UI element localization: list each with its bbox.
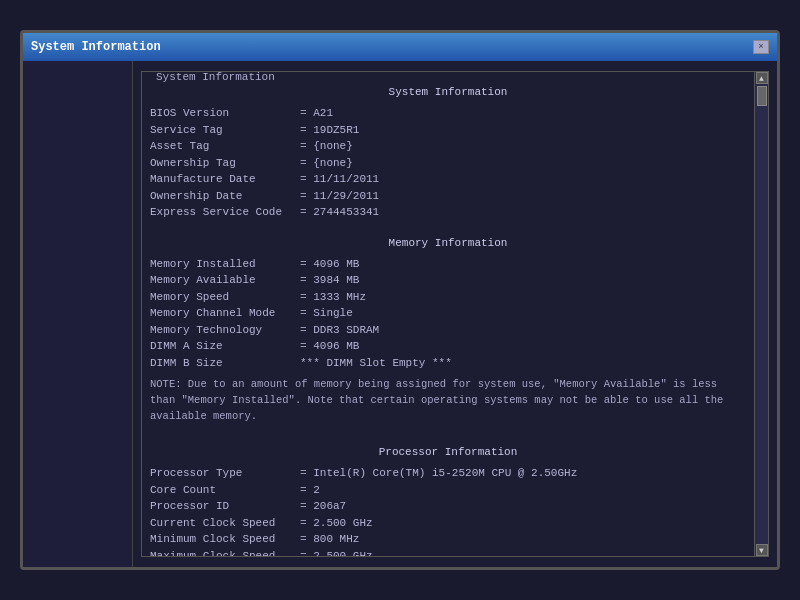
minimum-clock-speed-row: Minimum Clock Speed = 800 MHz xyxy=(150,531,746,548)
manufacture-date-value: = 11/11/2011 xyxy=(300,171,379,188)
service-tag-value: = 19DZ5R1 xyxy=(300,122,359,139)
dimm-b-size-row: DIMM B Size *** DIMM Slot Empty *** xyxy=(150,355,746,372)
system-info-header: System Information xyxy=(150,84,746,101)
scroll-down-arrow[interactable]: ▼ xyxy=(756,544,768,556)
ownership-tag-value: = {none} xyxy=(300,155,353,172)
maximum-clock-speed-value: = 2.500 GHz xyxy=(300,548,373,556)
service-tag-label: Service Tag xyxy=(150,122,300,139)
main-area: System Information System Information BI… xyxy=(23,61,777,567)
maximum-clock-speed-label: Maximum Clock Speed xyxy=(150,548,300,556)
memory-note: NOTE: Due to an amount of memory being a… xyxy=(150,377,746,424)
box-label: System Information xyxy=(152,71,279,83)
info-box-wrapper: System Information System Information BI… xyxy=(141,71,769,557)
dimm-b-size-label: DIMM B Size xyxy=(150,355,300,372)
dimm-a-size-row: DIMM A Size = 4096 MB xyxy=(150,338,746,355)
close-button[interactable]: × xyxy=(753,40,769,54)
bios-version-row: BIOS Version = A21 xyxy=(150,105,746,122)
title-bar: System Information × xyxy=(23,33,777,61)
ownership-date-row: Ownership Date = 11/29/2011 xyxy=(150,188,746,205)
core-count-row: Core Count = 2 xyxy=(150,482,746,499)
current-clock-speed-row: Current Clock Speed = 2.500 GHz xyxy=(150,515,746,532)
info-content[interactable]: System Information BIOS Version = A21 Se… xyxy=(142,72,754,556)
memory-info-fields: Memory Installed = 4096 MB Memory Availa… xyxy=(150,256,746,372)
memory-technology-value: = DDR3 SDRAM xyxy=(300,322,379,339)
express-service-code-value: = 2744453341 xyxy=(300,204,379,221)
scrollbar-thumb[interactable] xyxy=(757,86,767,106)
content-area: System Information System Information BI… xyxy=(133,61,777,567)
bios-screen: System Information × System Information … xyxy=(20,30,780,570)
memory-available-row: Memory Available = 3984 MB xyxy=(150,272,746,289)
left-panel xyxy=(23,61,133,567)
dimm-a-size-label: DIMM A Size xyxy=(150,338,300,355)
bios-version-label: BIOS Version xyxy=(150,105,300,122)
window-title: System Information xyxy=(31,40,161,54)
asset-tag-label: Asset Tag xyxy=(150,138,300,155)
processor-info-header: Processor Information xyxy=(150,444,746,461)
scrollbar[interactable]: ▲ ▼ xyxy=(754,72,768,556)
processor-id-value: = 206a7 xyxy=(300,498,346,515)
ownership-date-label: Ownership Date xyxy=(150,188,300,205)
processor-type-value: = Intel(R) Core(TM) i5-2520M CPU @ 2.50G… xyxy=(300,465,577,482)
dimm-a-size-value: = 4096 MB xyxy=(300,338,359,355)
processor-info-fields: Processor Type = Intel(R) Core(TM) i5-25… xyxy=(150,465,746,556)
memory-speed-label: Memory Speed xyxy=(150,289,300,306)
ownership-tag-row: Ownership Tag = {none} xyxy=(150,155,746,172)
memory-channel-mode-value: = Single xyxy=(300,305,353,322)
service-tag-row: Service Tag = 19DZ5R1 xyxy=(150,122,746,139)
processor-type-label: Processor Type xyxy=(150,465,300,482)
asset-tag-row: Asset Tag = {none} xyxy=(150,138,746,155)
memory-speed-value: = 1333 MHz xyxy=(300,289,366,306)
minimum-clock-speed-label: Minimum Clock Speed xyxy=(150,531,300,548)
memory-installed-value: = 4096 MB xyxy=(300,256,359,273)
memory-info-header: Memory Information xyxy=(150,235,746,252)
manufacture-date-label: Manufacture Date xyxy=(150,171,300,188)
manufacture-date-row: Manufacture Date = 11/11/2011 xyxy=(150,171,746,188)
core-count-value: = 2 xyxy=(300,482,320,499)
current-clock-speed-label: Current Clock Speed xyxy=(150,515,300,532)
memory-channel-mode-row: Memory Channel Mode = Single xyxy=(150,305,746,322)
memory-technology-row: Memory Technology = DDR3 SDRAM xyxy=(150,322,746,339)
core-count-label: Core Count xyxy=(150,482,300,499)
memory-available-value: = 3984 MB xyxy=(300,272,359,289)
scroll-up-arrow[interactable]: ▲ xyxy=(756,72,768,84)
memory-channel-mode-label: Memory Channel Mode xyxy=(150,305,300,322)
system-info-fields: BIOS Version = A21 Service Tag = 19DZ5R1… xyxy=(150,105,746,221)
asset-tag-value: = {none} xyxy=(300,138,353,155)
memory-available-label: Memory Available xyxy=(150,272,300,289)
dimm-b-size-value: *** DIMM Slot Empty *** xyxy=(300,355,452,372)
processor-type-row: Processor Type = Intel(R) Core(TM) i5-25… xyxy=(150,465,746,482)
ownership-tag-label: Ownership Tag xyxy=(150,155,300,172)
maximum-clock-speed-row: Maximum Clock Speed = 2.500 GHz xyxy=(150,548,746,556)
bios-version-value: = A21 xyxy=(300,105,333,122)
memory-speed-row: Memory Speed = 1333 MHz xyxy=(150,289,746,306)
memory-installed-row: Memory Installed = 4096 MB xyxy=(150,256,746,273)
minimum-clock-speed-value: = 800 MHz xyxy=(300,531,359,548)
express-service-code-row: Express Service Code = 2744453341 xyxy=(150,204,746,221)
memory-technology-label: Memory Technology xyxy=(150,322,300,339)
ownership-date-value: = 11/29/2011 xyxy=(300,188,379,205)
current-clock-speed-value: = 2.500 GHz xyxy=(300,515,373,532)
memory-installed-label: Memory Installed xyxy=(150,256,300,273)
processor-id-row: Processor ID = 206a7 xyxy=(150,498,746,515)
processor-id-label: Processor ID xyxy=(150,498,300,515)
express-service-code-label: Express Service Code xyxy=(150,204,300,221)
